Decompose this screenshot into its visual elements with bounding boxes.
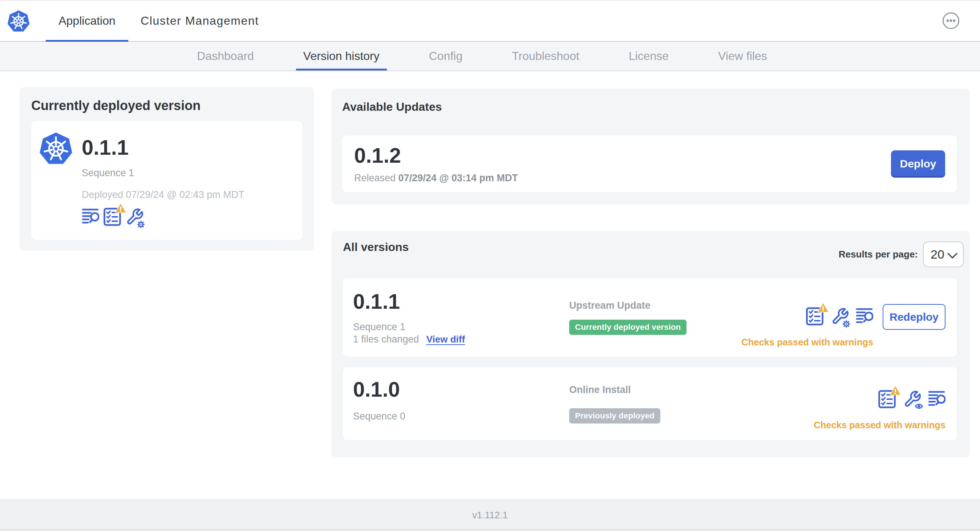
view-diff-icon[interactable] <box>856 307 873 326</box>
current-version-number: 0.1.1 <box>82 136 245 159</box>
view-diff-icon[interactable] <box>82 208 99 226</box>
preflight-checks-icon[interactable] <box>103 208 121 227</box>
row-version-number: 0.1.1 <box>353 290 569 313</box>
footer: v1.112.1 <box>0 499 980 531</box>
row-release-type: Online Install <box>569 384 741 396</box>
top-nav-bar: Application Cluster Management <box>0 1 980 42</box>
update-released-line: Released 07/29/24 @ 03:14 pm MDT <box>354 173 518 184</box>
results-per-page-select[interactable]: 20 <box>923 242 964 267</box>
currently-deployed-title: Currently deployed version <box>31 98 302 113</box>
available-update-card: 0.1.2 Released 07/29/24 @ 03:14 pm MDT D… <box>342 135 957 192</box>
row-release-type: Upstream Update <box>569 300 741 311</box>
available-updates-panel: Available Updates 0.1.2 Released 07/29/2… <box>332 89 970 205</box>
preflight-checks-icon[interactable] <box>878 390 896 410</box>
edit-config-icon[interactable] <box>126 208 143 227</box>
row-status-badge: Currently deployed version <box>569 320 687 335</box>
current-deployed-timestamp: Deployed 07/29/24 @ 02:43 pm MDT <box>82 189 245 200</box>
results-per-page-label: Results per page: <box>839 249 918 260</box>
row-status-badge: Previously deployed <box>569 408 660 423</box>
version-row-0-1-0: 0.1.0 Sequence 0 Online Install Previous… <box>343 367 957 440</box>
tab-license[interactable]: License <box>622 42 676 70</box>
released-timestamp: 07/29/24 @ 03:14 pm MDT <box>398 173 518 183</box>
preflight-checks-icon[interactable] <box>806 307 824 327</box>
topnav-tab-application-label: Application <box>59 14 116 28</box>
row-sequence: Sequence 1 <box>353 321 569 333</box>
preflight-warning-icon <box>115 203 126 213</box>
config-gear-icon <box>137 221 145 228</box>
tab-version-history-label: Version history <box>303 49 380 62</box>
topnav-tab-application[interactable]: Application <box>46 1 128 41</box>
version-row-0-1-1: 0.1.1 Sequence 1 1 files changed View di… <box>343 278 957 357</box>
available-updates-title: Available Updates <box>342 99 957 115</box>
results-per-page-value: 20 <box>931 247 944 261</box>
app-tabs-bar: Dashboard Version history Config Trouble… <box>0 42 980 71</box>
currently-deployed-card: 0.1.1 Sequence 1 Deployed 07/29/24 @ 02:… <box>31 121 302 240</box>
row-checks-status: Checks passed with warnings <box>741 336 873 348</box>
tab-license-label: License <box>629 49 669 62</box>
tab-config[interactable]: Config <box>422 42 470 70</box>
chevron-down-icon <box>947 253 958 259</box>
preflight-warning-icon <box>890 385 901 396</box>
tab-view-files-label: View files <box>718 49 767 62</box>
row-sequence: Sequence 0 <box>353 410 569 422</box>
row-checks-status: Checks passed with warnings <box>814 419 945 431</box>
edit-config-icon[interactable] <box>831 307 848 327</box>
update-version-number: 0.1.2 <box>354 144 518 167</box>
view-diff-link[interactable]: View diff <box>426 334 465 345</box>
deploy-button[interactable]: Deploy <box>891 150 945 178</box>
tab-dashboard-label: Dashboard <box>197 49 254 62</box>
tab-troubleshoot-label: Troubleshoot <box>512 49 579 62</box>
all-versions-title: All versions <box>343 239 409 255</box>
overflow-menu-icon[interactable] <box>942 12 960 29</box>
view-diff-icon[interactable] <box>928 390 945 408</box>
redeploy-button[interactable]: Redeploy <box>883 304 945 330</box>
current-sequence: Sequence 1 <box>82 167 245 179</box>
topnav-tab-cluster-management[interactable]: Cluster Management <box>128 1 271 41</box>
currently-deployed-panel: Currently deployed version 0.1.1 Sequenc… <box>20 87 314 251</box>
all-versions-panel: All versions Results per page: 20 0.1.1 … <box>332 231 970 457</box>
tab-view-files[interactable]: View files <box>711 42 775 70</box>
app-logo-icon <box>39 131 73 165</box>
preflight-warning-icon <box>818 302 829 313</box>
config-gear-icon <box>843 320 850 328</box>
view-config-icon[interactable] <box>904 390 921 410</box>
tab-dashboard[interactable]: Dashboard <box>189 42 261 70</box>
tab-config-label: Config <box>429 49 463 62</box>
tab-version-history[interactable]: Version history <box>296 42 387 70</box>
config-eye-icon <box>915 403 923 410</box>
console-version: v1.112.1 <box>472 510 508 521</box>
row-version-number: 0.1.0 <box>353 378 569 401</box>
row-files-changed: 1 files changed <box>353 334 419 345</box>
released-label: Released <box>354 173 396 183</box>
topnav-tab-cluster-management-label: Cluster Management <box>141 14 259 28</box>
tab-troubleshoot[interactable]: Troubleshoot <box>504 42 587 70</box>
kubernetes-logo-icon <box>7 10 30 33</box>
